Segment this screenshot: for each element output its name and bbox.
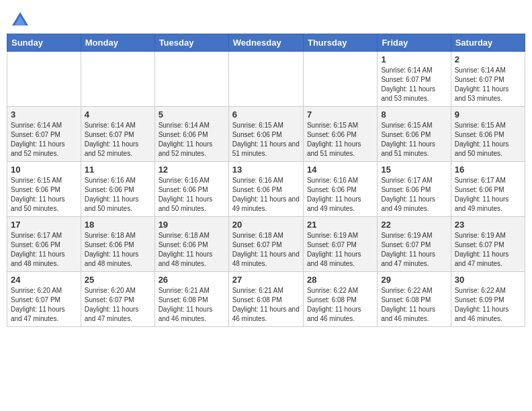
- day-cell: 14Sunrise: 6:16 AM Sunset: 6:06 PM Dayli…: [303, 162, 377, 217]
- day-info: Sunrise: 6:19 AM Sunset: 6:07 PM Dayligh…: [455, 231, 521, 269]
- week-row-3: 10Sunrise: 6:15 AM Sunset: 6:06 PM Dayli…: [7, 162, 525, 217]
- day-info: Sunrise: 6:17 AM Sunset: 6:06 PM Dayligh…: [381, 176, 447, 214]
- day-cell: 7Sunrise: 6:15 AM Sunset: 6:06 PM Daylig…: [303, 107, 377, 162]
- day-info: Sunrise: 6:14 AM Sunset: 6:07 PM Dayligh…: [11, 121, 77, 158]
- weekday-header-wednesday: Wednesday: [228, 34, 303, 52]
- day-number: 5: [159, 109, 225, 120]
- day-info: Sunrise: 6:22 AM Sunset: 6:09 PM Dayligh…: [455, 286, 521, 324]
- page-header: [7, 7, 525, 28]
- day-cell: 4Sunrise: 6:14 AM Sunset: 6:07 PM Daylig…: [81, 107, 154, 162]
- week-row-1: 1Sunrise: 6:14 AM Sunset: 6:07 PM Daylig…: [7, 52, 525, 107]
- week-row-2: 3Sunrise: 6:14 AM Sunset: 6:07 PM Daylig…: [7, 107, 525, 162]
- day-cell: 2Sunrise: 6:14 AM Sunset: 6:07 PM Daylig…: [451, 52, 525, 107]
- day-cell: 23Sunrise: 6:19 AM Sunset: 6:07 PM Dayli…: [451, 217, 525, 272]
- day-number: 30: [455, 275, 521, 285]
- day-cell: [7, 52, 81, 107]
- week-row-4: 17Sunrise: 6:17 AM Sunset: 6:06 PM Dayli…: [7, 217, 525, 272]
- day-cell: 3Sunrise: 6:14 AM Sunset: 6:07 PM Daylig…: [7, 107, 81, 162]
- day-info: Sunrise: 6:15 AM Sunset: 6:06 PM Dayligh…: [232, 121, 300, 158]
- day-info: Sunrise: 6:15 AM Sunset: 6:06 PM Dayligh…: [307, 121, 373, 158]
- weekday-header-monday: Monday: [81, 34, 154, 52]
- day-cell: 27Sunrise: 6:21 AM Sunset: 6:08 PM Dayli…: [228, 272, 303, 327]
- day-number: 19: [159, 220, 225, 230]
- day-cell: [303, 52, 377, 107]
- day-number: 7: [307, 109, 373, 120]
- day-number: 12: [159, 165, 225, 175]
- day-info: Sunrise: 6:16 AM Sunset: 6:06 PM Dayligh…: [232, 176, 300, 214]
- day-info: Sunrise: 6:21 AM Sunset: 6:08 PM Dayligh…: [232, 286, 300, 324]
- day-cell: 22Sunrise: 6:19 AM Sunset: 6:07 PM Dayli…: [378, 217, 451, 272]
- day-number: 22: [381, 220, 447, 230]
- logo-icon: [11, 9, 30, 28]
- day-info: Sunrise: 6:17 AM Sunset: 6:06 PM Dayligh…: [455, 176, 521, 214]
- day-info: Sunrise: 6:15 AM Sunset: 6:06 PM Dayligh…: [381, 121, 447, 158]
- calendar-table: SundayMondayTuesdayWednesdayThursdayFrid…: [7, 34, 525, 327]
- day-number: 10: [11, 165, 77, 175]
- weekday-header-tuesday: Tuesday: [154, 34, 228, 52]
- day-number: 11: [85, 165, 151, 175]
- day-cell: 28Sunrise: 6:22 AM Sunset: 6:08 PM Dayli…: [303, 272, 377, 327]
- day-number: 29: [381, 275, 447, 285]
- day-number: 1: [381, 54, 447, 64]
- day-info: Sunrise: 6:15 AM Sunset: 6:06 PM Dayligh…: [11, 176, 77, 214]
- day-info: Sunrise: 6:16 AM Sunset: 6:06 PM Dayligh…: [85, 176, 151, 214]
- day-info: Sunrise: 6:14 AM Sunset: 6:07 PM Dayligh…: [381, 66, 447, 103]
- day-cell: 5Sunrise: 6:14 AM Sunset: 6:06 PM Daylig…: [154, 107, 228, 162]
- weekday-header-row: SundayMondayTuesdayWednesdayThursdayFrid…: [7, 34, 525, 52]
- day-number: 6: [232, 109, 300, 120]
- day-number: 21: [307, 220, 373, 230]
- day-number: 14: [307, 165, 373, 175]
- day-number: 18: [85, 220, 151, 230]
- day-cell: 10Sunrise: 6:15 AM Sunset: 6:06 PM Dayli…: [7, 162, 81, 217]
- weekday-header-thursday: Thursday: [303, 34, 377, 52]
- day-cell: 29Sunrise: 6:22 AM Sunset: 6:08 PM Dayli…: [378, 272, 451, 327]
- day-number: 24: [11, 275, 77, 285]
- day-info: Sunrise: 6:15 AM Sunset: 6:06 PM Dayligh…: [455, 121, 521, 158]
- day-number: 2: [455, 54, 521, 64]
- day-number: 8: [381, 109, 447, 120]
- weekday-header-friday: Friday: [378, 34, 451, 52]
- day-number: 28: [307, 275, 373, 285]
- day-cell: [228, 52, 303, 107]
- day-info: Sunrise: 6:20 AM Sunset: 6:07 PM Dayligh…: [85, 286, 151, 324]
- day-cell: [81, 52, 154, 107]
- day-info: Sunrise: 6:18 AM Sunset: 6:06 PM Dayligh…: [85, 231, 151, 269]
- day-info: Sunrise: 6:22 AM Sunset: 6:08 PM Dayligh…: [307, 286, 373, 324]
- day-number: 4: [85, 109, 151, 120]
- day-number: 16: [455, 165, 521, 175]
- day-number: 26: [159, 275, 225, 285]
- day-number: 27: [232, 275, 300, 285]
- day-cell: 19Sunrise: 6:18 AM Sunset: 6:06 PM Dayli…: [154, 217, 228, 272]
- day-info: Sunrise: 6:19 AM Sunset: 6:07 PM Dayligh…: [307, 231, 373, 269]
- day-info: Sunrise: 6:16 AM Sunset: 6:06 PM Dayligh…: [307, 176, 373, 214]
- logo: [9, 9, 30, 28]
- day-number: 15: [381, 165, 447, 175]
- day-number: 13: [232, 165, 300, 175]
- day-cell: 26Sunrise: 6:21 AM Sunset: 6:08 PM Dayli…: [154, 272, 228, 327]
- day-info: Sunrise: 6:14 AM Sunset: 6:07 PM Dayligh…: [455, 66, 521, 103]
- day-info: Sunrise: 6:20 AM Sunset: 6:07 PM Dayligh…: [11, 286, 77, 324]
- day-cell: 25Sunrise: 6:20 AM Sunset: 6:07 PM Dayli…: [81, 272, 154, 327]
- day-cell: 20Sunrise: 6:18 AM Sunset: 6:07 PM Dayli…: [228, 217, 303, 272]
- day-number: 3: [11, 109, 77, 120]
- day-cell: [154, 52, 228, 107]
- day-cell: 18Sunrise: 6:18 AM Sunset: 6:06 PM Dayli…: [81, 217, 154, 272]
- day-cell: 30Sunrise: 6:22 AM Sunset: 6:09 PM Dayli…: [451, 272, 525, 327]
- day-cell: 17Sunrise: 6:17 AM Sunset: 6:06 PM Dayli…: [7, 217, 81, 272]
- day-info: Sunrise: 6:14 AM Sunset: 6:06 PM Dayligh…: [159, 121, 225, 158]
- day-info: Sunrise: 6:18 AM Sunset: 6:06 PM Dayligh…: [159, 231, 225, 269]
- day-cell: 21Sunrise: 6:19 AM Sunset: 6:07 PM Dayli…: [303, 217, 377, 272]
- week-row-5: 24Sunrise: 6:20 AM Sunset: 6:07 PM Dayli…: [7, 272, 525, 327]
- weekday-header-saturday: Saturday: [451, 34, 525, 52]
- day-cell: 12Sunrise: 6:16 AM Sunset: 6:06 PM Dayli…: [154, 162, 228, 217]
- day-number: 17: [11, 220, 77, 230]
- day-info: Sunrise: 6:14 AM Sunset: 6:07 PM Dayligh…: [85, 121, 151, 158]
- day-cell: 9Sunrise: 6:15 AM Sunset: 6:06 PM Daylig…: [451, 107, 525, 162]
- day-cell: 24Sunrise: 6:20 AM Sunset: 6:07 PM Dayli…: [7, 272, 81, 327]
- day-number: 9: [455, 109, 521, 120]
- day-info: Sunrise: 6:18 AM Sunset: 6:07 PM Dayligh…: [232, 231, 300, 269]
- day-cell: 11Sunrise: 6:16 AM Sunset: 6:06 PM Dayli…: [81, 162, 154, 217]
- day-cell: 15Sunrise: 6:17 AM Sunset: 6:06 PM Dayli…: [378, 162, 451, 217]
- day-info: Sunrise: 6:16 AM Sunset: 6:06 PM Dayligh…: [159, 176, 225, 214]
- day-number: 20: [232, 220, 300, 230]
